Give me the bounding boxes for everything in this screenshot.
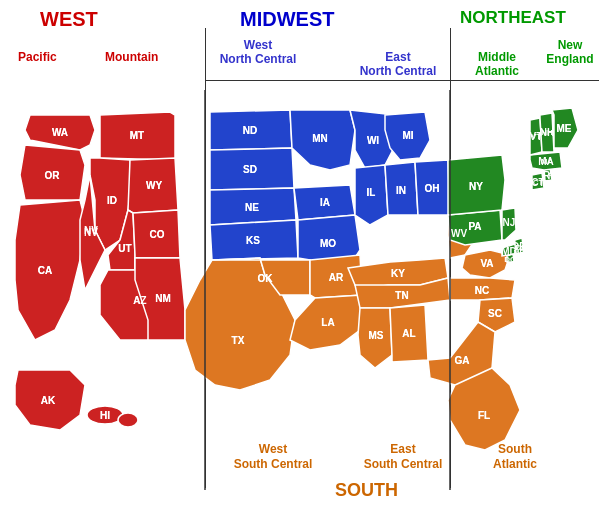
nd-label: ND (243, 125, 257, 136)
ct-label: CT (533, 178, 544, 187)
ok-label: OK (258, 273, 274, 284)
ri-label: RI (548, 171, 556, 180)
vt-label: VT (531, 132, 541, 141)
nv-label: NV (84, 227, 98, 238)
dc-label: DC (515, 257, 525, 264)
mi-label: MI (402, 130, 413, 141)
hi-state2 (118, 413, 138, 427)
nh-label: NH (541, 128, 553, 137)
ia-label: IA (320, 197, 330, 208)
co-label: CO (150, 229, 165, 240)
mt-label: MT (130, 130, 144, 141)
ut-label: UT (118, 243, 131, 254)
wv-label: WV (451, 228, 467, 239)
nm-label: NM (155, 293, 171, 304)
md-label: MD (514, 249, 525, 256)
va-label: VA (480, 258, 493, 269)
hi-text: HI (100, 410, 110, 421)
ar-label: AR (329, 272, 344, 283)
ga-label: GA (455, 355, 470, 366)
pa-label: PA (468, 221, 481, 232)
ms-label: MS (369, 330, 384, 341)
ky-label: KY (391, 268, 405, 279)
sd-label: SD (243, 164, 257, 175)
wa-label: WA (52, 127, 68, 138)
or-label: OR (45, 170, 61, 181)
fl-label: FL (478, 410, 490, 421)
tx-label: TX (232, 335, 245, 346)
al-label: AL (402, 328, 415, 339)
mo-label: MO (320, 238, 336, 249)
nj-label: NJ (515, 221, 525, 230)
ca-label: CA (38, 265, 52, 276)
nj-label: NJ (503, 217, 516, 228)
mn-label: MN (312, 133, 328, 144)
ma-label: MA (541, 157, 554, 166)
oh-label: OH (425, 183, 440, 194)
wy-label: WY (146, 180, 162, 191)
tn-label: TN (395, 290, 408, 301)
map-container: WEST MIDWEST NORTHEAST SOUTH Pacific Mou… (0, 0, 599, 516)
ak-label: AK (41, 395, 56, 406)
nc-label: NC (475, 285, 489, 296)
az-label: AZ (133, 295, 146, 306)
ks-label: KS (246, 235, 260, 246)
me-label: ME (557, 123, 572, 134)
in-label: IN (396, 185, 406, 196)
wi-label: WI (367, 135, 379, 146)
id-label: ID (107, 195, 117, 206)
la-label: LA (321, 317, 334, 328)
ny-label: NY (469, 181, 483, 192)
ne-label: NE (245, 202, 259, 213)
us-map-svg: .state-label { font-family: Arial, sans-… (0, 0, 599, 516)
il-label: IL (367, 187, 376, 198)
sc-label: SC (488, 308, 502, 319)
